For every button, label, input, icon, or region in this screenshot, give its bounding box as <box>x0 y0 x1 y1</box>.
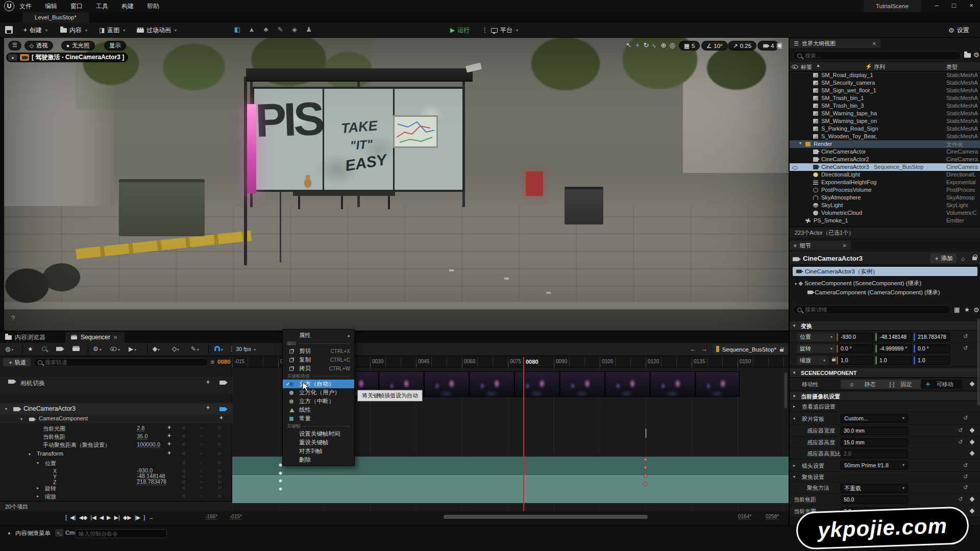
transport-button[interactable]: |▶ <box>135 514 140 521</box>
camera-cuts-filmstrip[interactable] <box>287 371 740 397</box>
next-key-icon[interactable]: ▷ <box>218 425 222 430</box>
edit-options-icon[interactable]: ✎▾ <box>191 345 199 353</box>
outliner-row[interactable]: SM_Trash_bin_1StaticMeshA <box>790 94 980 102</box>
menu-item[interactable]: 窗口 <box>70 2 83 11</box>
focal-length-field[interactable]: 50.0 <box>841 495 908 504</box>
perspective-selector[interactable]: ◇透视 <box>24 41 53 51</box>
close-icon[interactable]: ✕ <box>872 41 876 46</box>
content-drawer-button[interactable]: 内容侧滑菜单 <box>15 530 51 537</box>
track-row[interactable]: 手动聚焦距离（聚焦设置）100000.0+◁○▷ <box>0 441 232 449</box>
outliner-search[interactable] <box>793 51 961 60</box>
add-key-plus-icon[interactable]: + <box>167 449 171 457</box>
select-tool-icon[interactable]: ↖ <box>624 41 633 49</box>
track-value[interactable]: 100000.0 <box>137 441 160 448</box>
transport-button[interactable]: ▶| <box>114 514 120 521</box>
outliner-row[interactable]: CineCameraActorCineCamera <box>790 148 980 156</box>
horizontal-scrollbar[interactable] <box>444 515 648 519</box>
prev-key-icon[interactable]: ◁ <box>182 442 185 446</box>
add-icon[interactable]: + <box>219 414 223 421</box>
range-start-inner[interactable]: -015* <box>230 514 242 520</box>
surface-snap-icon[interactable]: ◎ <box>668 41 677 49</box>
world-space-icon[interactable]: ⊕ <box>659 41 668 49</box>
cubic-user-menu-item[interactable]: 立方化（用户） <box>283 388 354 397</box>
lookat-tracking-row[interactable]: ▸ 查看追踪设置 <box>790 402 980 412</box>
playhead-marker[interactable] <box>523 357 524 367</box>
close-icon[interactable]: ✕ <box>113 335 117 340</box>
reset-icon[interactable]: ↺ <box>958 439 963 445</box>
add-key-plus-icon[interactable]: + <box>167 424 171 431</box>
landscape-mode-icon[interactable]: ▲ <box>247 26 257 35</box>
fracture-mode-icon[interactable]: ◈ <box>289 26 300 35</box>
help-icon[interactable]: ? <box>11 314 15 322</box>
track-row[interactable]: X-930.0◁○▷ <box>0 467 232 473</box>
outliner-row[interactable]: VolumetricCloudVolumetricC <box>790 209 980 217</box>
filmback-dropdown[interactable]: Custom...▾ <box>841 414 908 423</box>
linear-menu-item[interactable]: 线性 <box>283 406 354 414</box>
pilot-camera-icon[interactable] <box>20 54 29 61</box>
prev-key-icon[interactable]: ◁ <box>182 485 185 490</box>
level-tab[interactable]: Level_BusStop* <box>22 12 89 22</box>
drawer-icon[interactable]: ▲ <box>7 531 11 535</box>
minimize-button[interactable]: – <box>928 0 945 12</box>
add-key-plus-icon[interactable]: + <box>167 440 171 447</box>
display-filter-icon[interactable]: ▦ <box>954 306 960 313</box>
camera-component-row[interactable]: CameraComponent (CameraComponent) (继承) <box>807 289 940 296</box>
keyframe-icon[interactable] <box>970 428 975 433</box>
keyframe-options-icon[interactable]: ▾ <box>153 345 160 353</box>
lock-icon[interactable] <box>779 346 784 353</box>
scene-component-row[interactable]: ▾ ◆ SceneComponent (SceneComponent) (继承) <box>795 280 921 287</box>
range-end-outer[interactable]: 0258* <box>766 514 779 520</box>
close-button[interactable]: × <box>963 0 980 12</box>
outliner-search-input[interactable] <box>805 53 943 59</box>
keyframe-icon[interactable] <box>970 440 975 445</box>
next-key-icon[interactable]: ▷ <box>218 485 222 490</box>
cubic-break-menu-item[interactable]: 立方（中断） <box>283 397 354 406</box>
scale-dropdown[interactable]: 缩放▾ <box>797 356 828 365</box>
mobility-selector[interactable]: ⊙ 静态 [·] 固定 ✛ 可移动 <box>841 380 963 389</box>
sensor-height-field[interactable]: 15.0 mm <box>841 438 908 447</box>
bookmark-icon[interactable]: ★ <box>28 345 33 353</box>
location-x-field[interactable]: -930.0 <box>837 333 873 341</box>
outliner-row[interactable]: SM_Security_cameraStaticMeshA <box>790 79 980 87</box>
outliner-row[interactable]: DirectionalLightDirectionalL <box>790 171 980 179</box>
fps-selector[interactable]: 30 fps ▾ <box>236 346 256 352</box>
outliner-settings-icon[interactable]: ⚙ <box>973 51 979 59</box>
animation-mode-icon[interactable]: ♟ <box>304 26 314 35</box>
add-icon[interactable]: + <box>206 379 210 386</box>
outliner-tab[interactable]: ☰世界大纲视图✕ <box>790 39 880 48</box>
console-input-box[interactable] <box>75 529 167 538</box>
prev-key-icon[interactable]: ◁ <box>182 434 185 438</box>
sensor-width-field[interactable]: 30.0 mm <box>841 427 908 435</box>
paint-mode-icon[interactable]: ✎ <box>275 26 285 35</box>
reset-icon[interactable]: ↺ <box>963 462 968 469</box>
blueprint-button[interactable]: ◨蓝图▾ <box>96 24 128 36</box>
grid-snap-control[interactable]: ▦5 <box>679 41 700 51</box>
world-icon[interactable]: ◍▾ <box>5 345 14 353</box>
track-search-input[interactable] <box>45 359 193 365</box>
filter-icon[interactable]: ≣ <box>210 359 214 365</box>
scale-y-field[interactable]: 1.0 <box>875 356 912 365</box>
next-key-icon[interactable]: ▷ <box>218 460 222 465</box>
outliner-row[interactable]: CineCameraActor3Sequence_BusStopCineCame… <box>790 163 980 171</box>
create-camera-icon[interactable] <box>56 345 62 353</box>
maximize-viewport-icon[interactable]: ▣ <box>775 41 784 49</box>
outliner-row[interactable]: PS_Smoke_1Emitter <box>790 217 980 224</box>
outliner-row[interactable]: SM_Warning_tape_onStaticMeshA <box>790 117 980 125</box>
details-search-input[interactable] <box>805 307 933 313</box>
actions-icon[interactable]: ⚙▾ <box>93 345 102 353</box>
track-value[interactable]: 35.0 <box>137 433 148 440</box>
keyframe-icon[interactable] <box>970 382 975 387</box>
set-key-time-menu-item[interactable]: 设置关键帧时间 <box>283 430 354 438</box>
transport-button[interactable]: ◀◆ <box>79 514 87 521</box>
create-button[interactable]: +创建▾ <box>20 24 51 36</box>
track-row[interactable]: ▸缩放◁○▷ <box>0 492 232 500</box>
scale-x-field[interactable]: 1.0 <box>837 356 873 365</box>
chevron-down-icon[interactable]: ▾ <box>29 452 31 457</box>
unreal-logo-icon[interactable]: U <box>4 1 14 11</box>
add-track-button[interactable]: ＋ 轨道 <box>3 358 31 366</box>
details-tab[interactable]: ≡细节✕ <box>790 241 851 250</box>
mobility-stationary-option[interactable]: [·] 固定 <box>885 380 921 389</box>
outliner-row[interactable]: SM_Road_display_1StaticMeshA <box>790 71 980 79</box>
prev-key-icon[interactable]: ◁ <box>182 468 185 473</box>
track-row[interactable]: 当前焦距35.0+◁○▷ <box>0 433 232 441</box>
